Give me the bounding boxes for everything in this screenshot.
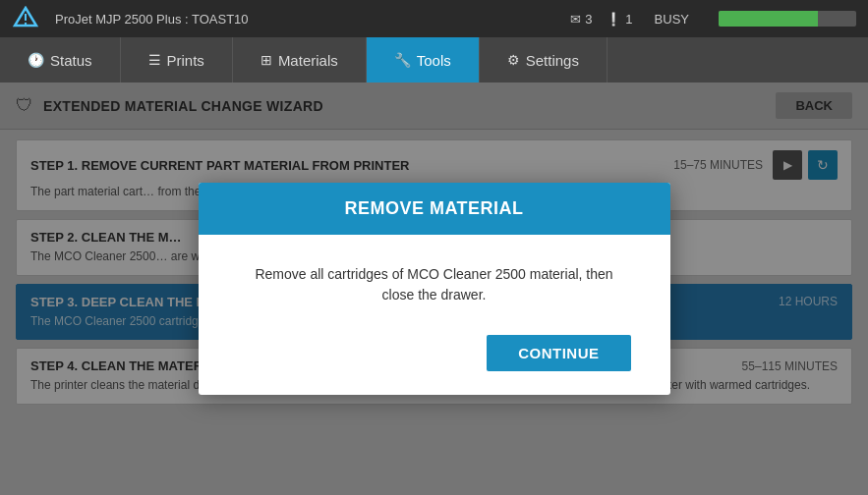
tools-icon: 🔧 <box>394 52 411 68</box>
app-logo <box>12 5 39 32</box>
modal-header: REMOVE MATERIAL <box>199 183 670 235</box>
tab-status[interactable]: 🕐 Status <box>0 37 121 82</box>
prints-icon: ☰ <box>148 52 161 68</box>
tab-materials[interactable]: ⊞ Materials <box>233 37 367 82</box>
modal-box: REMOVE MATERIAL Remove all cartridges of… <box>199 183 670 395</box>
modal-footer: CONTINUE <box>199 325 670 395</box>
modal-overlay: REMOVE MATERIAL Remove all cartridges of… <box>0 82 868 495</box>
header-bar: ProJet MJP 2500 Plus : TOAST10 ✉ 3 ❕ 1 B… <box>0 0 868 37</box>
svg-point-2 <box>25 23 27 25</box>
device-title: ProJet MJP 2500 Plus : TOAST10 <box>55 12 554 27</box>
modal-body: Remove all cartridges of MCO Cleaner 250… <box>199 235 670 325</box>
header-icons: ✉ 3 ❕ 1 BUSY <box>570 11 856 27</box>
continue-button[interactable]: CONTINUE <box>487 335 630 371</box>
status-icon: 🕐 <box>28 52 44 68</box>
page-content: 🛡 EXTENDED MATERIAL CHANGE WIZARD BACK S… <box>0 82 868 495</box>
message-count: ✉ 3 <box>570 12 592 27</box>
settings-icon: ⚙ <box>507 52 520 68</box>
tab-prints[interactable]: ☰ Prints <box>121 37 233 82</box>
materials-icon: ⊞ <box>260 52 272 68</box>
progress-fill <box>719 11 818 27</box>
message-icon: ✉ <box>570 12 581 27</box>
progress-bar <box>719 11 856 27</box>
nav-tabs: 🕐 Status ☰ Prints ⊞ Materials 🔧 Tools ⚙ … <box>0 37 868 82</box>
tab-tools[interactable]: 🔧 Tools <box>367 37 480 82</box>
tab-settings[interactable]: ⚙ Settings <box>480 37 608 82</box>
device-status: BUSY <box>655 12 689 27</box>
alert-icon: ❕ <box>606 12 621 27</box>
alert-count: ❕ 1 <box>606 12 632 27</box>
